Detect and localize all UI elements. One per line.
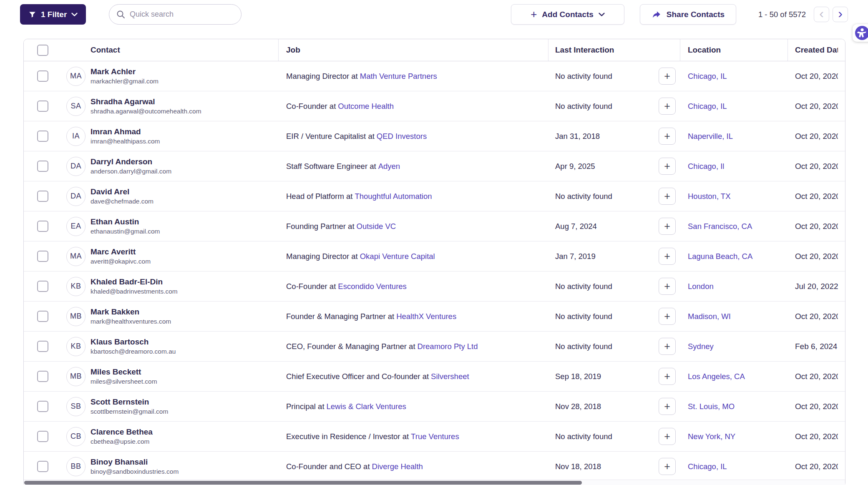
row-checkbox[interactable] [37, 341, 48, 352]
share-contacts-button[interactable]: Share Contacts [640, 4, 736, 25]
add-interaction-button[interactable]: + [659, 128, 676, 145]
select-all-checkbox[interactable] [37, 45, 48, 56]
company-link[interactable]: True Ventures [411, 432, 459, 441]
add-interaction-button[interactable]: + [659, 98, 676, 115]
contact-name[interactable]: Mark Achler [91, 67, 136, 76]
row-checkbox[interactable] [37, 401, 48, 412]
company-link[interactable]: Outcome Health [338, 102, 394, 111]
add-contacts-label: Add Contacts [542, 10, 594, 19]
table-row: IA Imran Ahmad imran@healthipass.com EIR… [24, 121, 845, 151]
contact-name[interactable]: Khaled Badr-El-Din [91, 277, 163, 286]
add-interaction-button[interactable]: + [659, 158, 676, 175]
contact-name[interactable]: Shradha Agarwal [91, 97, 155, 106]
filter-button[interactable]: 1 Filter [20, 4, 86, 25]
add-interaction-button[interactable]: + [659, 248, 676, 265]
row-checkbox[interactable] [37, 191, 48, 202]
add-interaction-button[interactable]: + [659, 368, 676, 385]
contact-name[interactable]: Scott Bernstein [91, 397, 149, 407]
contact-name[interactable]: Ethan Austin [91, 217, 139, 226]
row-checkbox[interactable] [37, 371, 48, 382]
add-interaction-button[interactable]: + [659, 338, 676, 355]
location-link[interactable]: New York, NY [688, 432, 735, 441]
contact-name[interactable]: Imran Ahmad [91, 127, 141, 136]
search-input[interactable] [130, 10, 234, 19]
company-link[interactable]: Math Venture Partners [360, 72, 437, 81]
location-link[interactable]: Laguna Beach, CA [688, 252, 752, 261]
table-row: BB Binoy Bhansali binoy@sandboxindustrie… [24, 452, 845, 482]
row-checkbox[interactable] [37, 101, 48, 112]
add-interaction-button[interactable]: + [659, 308, 676, 325]
table-row: KB Khaled Badr-El-Din khaled@badrinvestm… [24, 271, 845, 302]
add-interaction-button[interactable]: + [659, 68, 676, 85]
add-interaction-button[interactable]: + [659, 398, 676, 415]
table-row: KB Klaus Bartosch kbartosch@dreamoro.com… [24, 332, 845, 362]
location-link[interactable]: Chicago, Il [688, 162, 724, 171]
last-interaction-value: Jan 7, 2019 [555, 252, 596, 261]
avatar: DA [66, 157, 86, 176]
column-header-last-interaction: Last Interaction [555, 45, 614, 55]
company-link[interactable]: QED Investors [377, 132, 427, 141]
add-interaction-button[interactable]: + [659, 278, 676, 295]
row-checkbox[interactable] [37, 70, 48, 82]
location-link[interactable]: San Francisco, CA [688, 222, 752, 231]
company-link[interactable]: Diverge Health [372, 462, 423, 471]
contact-name[interactable]: Miles Beckett [91, 367, 141, 377]
add-contacts-button[interactable]: + Add Contacts [511, 4, 624, 25]
location-link[interactable]: St. Louis, MO [688, 402, 735, 411]
location-link[interactable]: Madison, WI [688, 312, 731, 321]
column-header-location: Location [688, 45, 721, 55]
location-link[interactable]: Chicago, IL [688, 72, 727, 81]
location-link[interactable]: Sydney [688, 342, 714, 351]
company-link[interactable]: Lewis & Clark Ventures [327, 402, 406, 411]
company-link[interactable]: Escondido Ventures [338, 282, 407, 291]
contact-email: imran@healthipass.com [91, 138, 160, 145]
table-row: DA Darryl Anderson anderson.darryl@gmail… [24, 151, 845, 181]
contact-name[interactable]: Clarence Bethea [91, 427, 153, 437]
company-link[interactable]: Okapi Venture Capital [360, 252, 435, 261]
next-page-button[interactable]: › [833, 7, 848, 22]
add-interaction-button[interactable]: + [659, 458, 676, 475]
horizontal-scrollbar[interactable] [24, 480, 845, 485]
contact-name[interactable]: Marc Averitt [91, 247, 136, 256]
row-checkbox[interactable] [37, 281, 48, 292]
row-checkbox[interactable] [37, 311, 48, 322]
company-link[interactable]: Adyen [378, 162, 400, 171]
last-interaction-value: Jan 31, 2018 [555, 132, 600, 141]
job-title: Founder & Managing Partner at [286, 312, 394, 321]
avatar: MA [66, 247, 86, 266]
last-interaction-value: No activity found [555, 282, 612, 291]
add-interaction-button[interactable]: + [659, 188, 676, 205]
row-checkbox[interactable] [37, 251, 48, 262]
add-interaction-button[interactable]: + [659, 428, 676, 445]
company-link[interactable]: Thoughtful Automation [355, 192, 432, 201]
location-link[interactable]: Houston, TX [688, 192, 731, 201]
table-header: Contact Job Last Interaction Location Cr… [24, 39, 845, 61]
job-title: Executive in Residence / Investor at [286, 432, 409, 441]
row-checkbox[interactable] [37, 461, 48, 472]
location-link[interactable]: London [688, 282, 714, 291]
company-link[interactable]: Silversheet [431, 372, 469, 381]
horizontal-scrollbar-thumb[interactable] [24, 481, 582, 485]
contact-name[interactable]: Mark Bakken [91, 307, 139, 317]
previous-page-button[interactable]: ‹ [814, 7, 829, 22]
contact-name[interactable]: Binoy Bhansali [91, 457, 148, 467]
add-interaction-button[interactable]: + [659, 218, 676, 235]
contact-name[interactable]: Klaus Bartosch [91, 337, 148, 347]
company-link[interactable]: HealthX Ventures [396, 312, 456, 321]
company-link[interactable]: Dreamoro Pty Ltd [418, 342, 478, 351]
contact-email: mark@healthxventures.com [91, 318, 171, 325]
contact-name[interactable]: Darryl Anderson [91, 157, 152, 166]
contact-name[interactable]: David Arel [91, 187, 129, 196]
row-checkbox[interactable] [37, 221, 48, 232]
accessibility-widget-button[interactable] [853, 24, 868, 42]
last-interaction-value: No activity found [555, 312, 612, 321]
row-checkbox[interactable] [37, 131, 48, 142]
company-link[interactable]: Outside VC [357, 222, 396, 231]
row-checkbox[interactable] [37, 431, 48, 442]
avatar: IA [66, 127, 86, 146]
location-link[interactable]: Chicago, IL [688, 102, 727, 111]
location-link[interactable]: Chicago, IL [688, 462, 727, 471]
location-link[interactable]: Los Angeles, CA [688, 372, 745, 381]
location-link[interactable]: Naperville, IL [688, 132, 733, 141]
row-checkbox[interactable] [37, 161, 48, 172]
